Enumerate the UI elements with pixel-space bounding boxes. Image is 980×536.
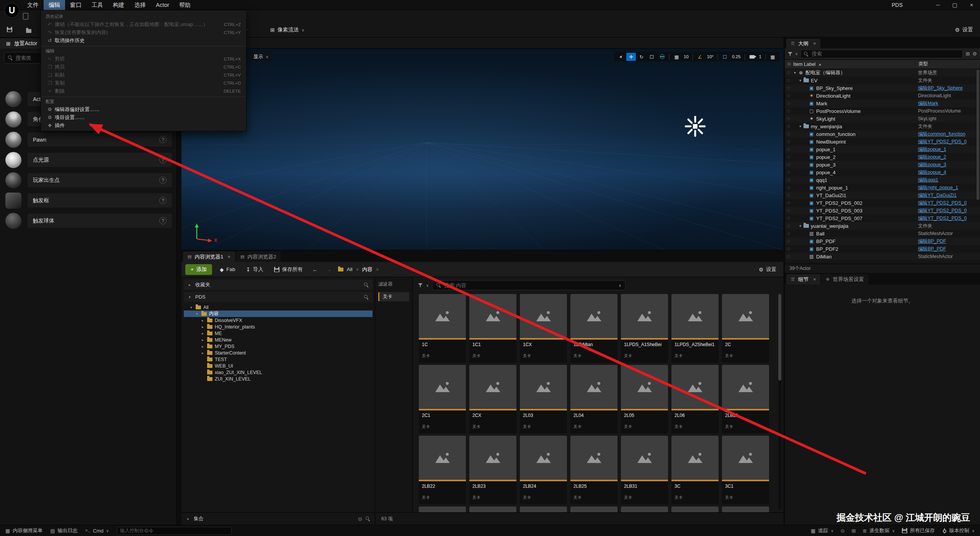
visibility-eye-icon[interactable] (785, 201, 792, 204)
asset-tile[interactable]: 2C关卡 (722, 294, 769, 363)
outliner-row[interactable]: ▣popue_3编辑popue_3 (785, 161, 980, 168)
scale-snap-toggle[interactable] (720, 53, 730, 61)
grid-snap-value[interactable]: 10 (682, 54, 690, 59)
visibility-eye-icon[interactable] (785, 255, 792, 258)
world-settings-tab[interactable]: ⊕ 世界场景设置 (821, 274, 868, 284)
menubar-item-7[interactable]: 帮助 (174, 0, 196, 10)
visibility-eye-icon[interactable] (785, 109, 792, 113)
import-button[interactable]: ↧ 导入 (243, 264, 266, 275)
asset-tile[interactable]: 2LB21关卡 (722, 365, 769, 433)
outliner-settings-icon[interactable]: ⚙ (972, 51, 977, 57)
asset-tile[interactable]: 2LB22关卡 (419, 436, 466, 504)
menubar-item-1[interactable]: 编辑 (44, 0, 65, 10)
help-icon[interactable]: ? (159, 217, 167, 224)
expander-icon[interactable]: ▾ (798, 224, 803, 228)
asset-tile[interactable]: 1LPDS_A1SheBei关卡 (621, 294, 668, 363)
viewport-canvas[interactable]: 显示 ∨ ➤ ✛ ↻ ▦ 10 ∠ 10° 0.25 (181, 49, 783, 250)
visibility-eye-icon[interactable] (785, 232, 792, 235)
folder-tree-item[interactable]: ▸HQ_Interior_plants (184, 324, 372, 330)
folder-tree-item[interactable]: ▾All (184, 304, 372, 310)
outliner-row[interactable]: ☀DirectionalLightDirectionalLight (785, 92, 980, 100)
asset-tile[interactable]: 2LB23关卡 (469, 436, 516, 504)
help-icon[interactable]: ? (159, 136, 167, 143)
asset-search[interactable]: ∨ (432, 280, 626, 290)
folder-tree-item[interactable]: xiao_ZUI_XIN_LEVEL (184, 369, 372, 376)
move-tool-button[interactable]: ✛ (626, 53, 636, 61)
asset-search-input[interactable] (444, 283, 616, 288)
outliner-row[interactable]: ▣popue_4编辑popue_4 (785, 168, 980, 176)
place-actor-item[interactable]: 触发球体? (0, 214, 176, 228)
rotation-snap-value[interactable]: 10° (706, 54, 715, 59)
document-icon[interactable] (23, 13, 28, 20)
visibility-eye-icon[interactable] (785, 171, 792, 174)
folder-tree-item[interactable]: ▾内容 (184, 310, 372, 317)
expander-icon[interactable]: ▾ (195, 312, 199, 316)
rotation-snap-toggle[interactable]: ∠ (695, 53, 705, 61)
visibility-eye-icon[interactable] (785, 155, 792, 159)
asset-tile[interactable]: 2LB25关卡 (570, 436, 617, 504)
visibility-eye-icon[interactable] (785, 240, 792, 243)
asset-tile[interactable]: 2L05关卡 (621, 365, 668, 433)
asset-tile[interactable]: 3C关卡 (671, 436, 719, 504)
asset-tile[interactable]: 1LPDS_A2SheBei1关卡 (671, 294, 719, 363)
search-icon[interactable] (364, 283, 369, 287)
menubar-item-5[interactable]: 选择 (129, 0, 151, 10)
edit-asset-link[interactable]: 编辑qqq1 (915, 177, 980, 183)
edit-asset-link[interactable]: 编辑BP_Sky_Sphere (915, 85, 980, 92)
console-input[interactable] (120, 528, 228, 533)
outliner-row[interactable]: ▣right_popue_1编辑right_popue_1 (785, 184, 980, 191)
item-label-column[interactable]: Item Label (793, 62, 815, 67)
outliner-row[interactable]: ▣popue_2编辑popue_2 (785, 153, 980, 161)
close-tab-icon[interactable]: × (813, 276, 816, 282)
help-icon[interactable]: ? (159, 176, 167, 184)
outliner-row[interactable]: ▣YT_PDS2_PDS_007编辑YT_PDS2_PDS_0 (785, 214, 980, 222)
breadcrumb-root[interactable]: All (347, 266, 353, 272)
type-column[interactable]: 类型 (915, 61, 980, 67)
expander-icon[interactable]: ▸ (201, 338, 205, 342)
search-icon[interactable] (364, 295, 369, 299)
menu-item-editor-preferences[interactable]: ⚙编辑器偏好设置…… (41, 105, 246, 113)
asset-tile[interactable]: 2L03关卡 (520, 365, 567, 433)
edit-asset-link[interactable]: 编辑YT_PDS2_PDS_0 (915, 215, 980, 222)
outliner-options-icon[interactable]: ⊞ (965, 51, 970, 57)
visibility-eye-icon[interactable] (785, 132, 792, 136)
asset-tile[interactable]: 2L04关卡 (570, 365, 617, 433)
minimize-button[interactable]: ─ (929, 0, 946, 10)
filter-funnel-icon[interactable] (418, 283, 423, 288)
asset-tile[interactable]: 1C1关卡 (469, 294, 516, 363)
edit-asset-link[interactable]: 编辑YT_DaGuiZi1 (915, 192, 980, 199)
open-level-icon[interactable] (26, 29, 31, 33)
outliner-row[interactable]: ▣common_function编辑common_function (785, 130, 980, 138)
asset-tile[interactable] (570, 507, 617, 512)
outliner-search-input[interactable] (812, 51, 959, 57)
trace-button[interactable]: ▦ 追踪 ∨ (811, 527, 834, 534)
expander-icon[interactable]: ▾ (188, 295, 192, 299)
outliner-row[interactable]: ▧DiMianStaticMeshActor (785, 253, 980, 260)
asset-tile[interactable]: 1C关卡 (419, 294, 466, 363)
expander-icon[interactable]: ▾ (798, 124, 803, 128)
asset-tile[interactable]: 2L06关卡 (671, 365, 719, 433)
asset-tile[interactable]: 2LB24关卡 (520, 436, 567, 504)
place-actor-bar[interactable]: 触发球体? (28, 214, 172, 228)
menubar-item-2[interactable]: 窗口 (65, 0, 87, 10)
edit-asset-link[interactable]: 编辑popue_4 (915, 169, 980, 176)
help-icon[interactable]: ? (159, 156, 167, 163)
outliner-row[interactable]: ✶SkyLightSkyLight (785, 115, 980, 123)
derived-data-button[interactable]: ≣ 派生数据 ∨ (862, 527, 895, 534)
select-tool-button[interactable]: ➤ (616, 53, 626, 61)
sources-header[interactable]: ▾ PDS (184, 292, 372, 302)
place-actor-bar[interactable]: Pawn? (28, 132, 172, 147)
folder-tree-item[interactable]: ▸DissolveVFX (184, 317, 372, 324)
expander-icon[interactable]: ▾ (798, 78, 803, 82)
content-browser-tab-1[interactable]: ▤ 内容浏览器1 × (183, 252, 235, 262)
outliner-row[interactable]: ▣BP_PDF2编辑BP_PDF (785, 245, 980, 253)
expander-icon[interactable]: ▸ (186, 517, 190, 521)
cmd-selector[interactable]: >_ Cmd ∨ (85, 528, 109, 534)
folder-tree-item[interactable]: ▸MY_PDS (184, 343, 372, 350)
folder-tree-item[interactable]: ▸MENew (184, 337, 372, 343)
outliner-row[interactable]: ▣YT_DaGuiZi1编辑YT_DaGuiZi1 (785, 191, 980, 199)
scale-snap-value[interactable]: 0.25 (730, 54, 742, 59)
level-viewport[interactable]: 显示 ∨ ➤ ✛ ↻ ▦ 10 ∠ 10° 0.25 (181, 38, 783, 250)
place-actor-bar[interactable]: 点光源? (28, 153, 172, 167)
help-icon[interactable]: ? (159, 197, 167, 204)
